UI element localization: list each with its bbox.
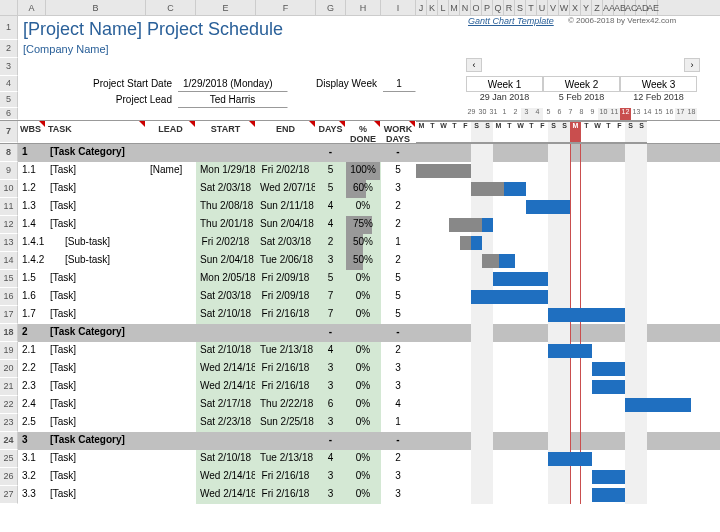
pct-cell[interactable]: 75% <box>346 216 381 234</box>
column-letter[interactable]: L <box>438 0 449 15</box>
pct-cell[interactable]: 0% <box>346 342 381 360</box>
cell[interactable] <box>146 270 196 288</box>
cell[interactable]: [Task] <box>46 198 146 216</box>
cell[interactable]: Thu 2/08/18 <box>196 198 256 216</box>
cell[interactable]: Mon 1/29/18 <box>196 162 256 180</box>
cell[interactable]: Sun 2/11/18 <box>256 198 316 216</box>
cell[interactable]: [Task] <box>46 270 146 288</box>
header-workdays[interactable]: WORK DAYS <box>381 121 416 143</box>
cell[interactable]: 4 <box>316 342 346 360</box>
cell[interactable]: [Task] <box>46 216 146 234</box>
pct-cell[interactable]: 60% <box>346 180 381 198</box>
column-letter[interactable]: V <box>548 0 559 15</box>
cell[interactable]: 2.5 <box>18 414 46 432</box>
pct-cell[interactable]: 0% <box>346 414 381 432</box>
cell[interactable] <box>146 144 196 162</box>
cell[interactable]: Fri 2/16/18 <box>256 468 316 486</box>
cell[interactable] <box>196 432 256 450</box>
column-letter[interactable]: T <box>526 0 537 15</box>
header-task[interactable]: TASK <box>46 121 146 143</box>
header-end[interactable]: END <box>256 121 316 143</box>
cell[interactable]: [Task] <box>46 342 146 360</box>
cell[interactable]: 1.2 <box>18 180 46 198</box>
cell[interactable]: 7 <box>316 288 346 306</box>
table-row[interactable]: 101.2[Task]Sat 2/03/18Wed 2/07/18560%3 <box>0 180 720 198</box>
cell[interactable]: 2 <box>18 324 46 342</box>
column-letter[interactable]: K <box>427 0 438 15</box>
cell[interactable]: - <box>316 324 346 342</box>
column-letter[interactable]: B <box>46 0 146 15</box>
header-days[interactable]: DAYS <box>316 121 346 143</box>
cell[interactable]: Sun 2/25/18 <box>256 414 316 432</box>
column-letter[interactable]: O <box>471 0 482 15</box>
header-start[interactable]: START <box>196 121 256 143</box>
table-row[interactable]: 131.4.1[Sub-task]Fri 2/02/18Sat 2/03/182… <box>0 234 720 252</box>
column-letter[interactable]: AA <box>603 0 614 15</box>
cell[interactable]: 3 <box>381 486 416 504</box>
cell[interactable]: 4 <box>381 396 416 414</box>
column-letter[interactable]: F <box>256 0 316 15</box>
column-letter[interactable]: Q <box>493 0 504 15</box>
cell[interactable]: - <box>381 144 416 162</box>
cell[interactable]: [Task Category] <box>46 144 146 162</box>
cell[interactable]: Thu 2/01/18 <box>196 216 256 234</box>
cell[interactable]: 3 <box>381 378 416 396</box>
cell[interactable]: [Sub-task] <box>46 252 146 270</box>
pct-cell[interactable]: 50% <box>346 234 381 252</box>
table-row[interactable]: 111.3[Task]Thu 2/08/18Sun 2/11/1840%2 <box>0 198 720 216</box>
table-row[interactable]: 192.1[Task]Sat 2/10/18Tue 2/13/1840%2 <box>0 342 720 360</box>
column-letter[interactable]: N <box>460 0 471 15</box>
cell[interactable]: 2.2 <box>18 360 46 378</box>
pct-cell[interactable]: 0% <box>346 306 381 324</box>
column-letter[interactable]: U <box>537 0 548 15</box>
cell[interactable] <box>256 144 316 162</box>
column-letter[interactable]: A <box>18 0 46 15</box>
table-row[interactable]: 232.5[Task]Sat 2/23/18Sun 2/25/1830%1 <box>0 414 720 432</box>
cell[interactable] <box>146 198 196 216</box>
cell[interactable]: Tue 2/06/18 <box>256 252 316 270</box>
cell[interactable]: 5 <box>381 306 416 324</box>
cell[interactable] <box>256 432 316 450</box>
cell[interactable]: - <box>316 144 346 162</box>
cell[interactable]: 3.2 <box>18 468 46 486</box>
pct-cell[interactable]: 100% <box>346 162 381 180</box>
cell[interactable]: Tue 2/13/18 <box>256 342 316 360</box>
cell[interactable]: - <box>381 324 416 342</box>
cell[interactable]: 3 <box>316 468 346 486</box>
cell[interactable]: 1.6 <box>18 288 46 306</box>
cell[interactable] <box>146 288 196 306</box>
column-letter[interactable]: AC <box>625 0 636 15</box>
company-name[interactable]: [Company Name] <box>18 40 398 58</box>
cell[interactable] <box>146 324 196 342</box>
cell[interactable] <box>146 216 196 234</box>
header-lead[interactable]: LEAD <box>146 121 196 143</box>
cell[interactable]: Fri 2/09/18 <box>256 270 316 288</box>
cell[interactable]: 3 <box>381 180 416 198</box>
cell[interactable]: 3 <box>18 432 46 450</box>
cell[interactable]: 5 <box>316 270 346 288</box>
cell[interactable]: Thu 2/22/18 <box>256 396 316 414</box>
template-link[interactable]: Gantt Chart Template <box>468 16 568 40</box>
table-row[interactable]: 253.1[Task]Sat 2/10/18Tue 2/13/1840%2 <box>0 450 720 468</box>
cell[interactable]: 1.4 <box>18 216 46 234</box>
cell[interactable]: Fri 2/02/18 <box>256 162 316 180</box>
cell[interactable]: 4 <box>316 216 346 234</box>
cell[interactable]: Mon 2/05/18 <box>196 270 256 288</box>
cell[interactable]: [Task] <box>46 450 146 468</box>
column-letter[interactable]: AB <box>614 0 625 15</box>
cell[interactable]: 2 <box>381 198 416 216</box>
cell[interactable]: 3 <box>316 486 346 504</box>
cell[interactable]: Sat 2/03/18 <box>196 288 256 306</box>
cell[interactable] <box>256 324 316 342</box>
cell[interactable] <box>146 468 196 486</box>
table-row[interactable]: 222.4[Task]Sat 2/17/18Thu 2/22/1860%4 <box>0 396 720 414</box>
cell[interactable]: [Task] <box>46 486 146 504</box>
table-row[interactable]: 81[Task Category]-- <box>0 144 720 162</box>
cell[interactable] <box>146 414 196 432</box>
pct-cell[interactable]: 0% <box>346 198 381 216</box>
cell[interactable] <box>146 234 196 252</box>
cell[interactable]: - <box>381 432 416 450</box>
cell[interactable]: 1.5 <box>18 270 46 288</box>
cell[interactable]: Fri 2/02/18 <box>196 234 256 252</box>
cell[interactable] <box>346 144 381 162</box>
